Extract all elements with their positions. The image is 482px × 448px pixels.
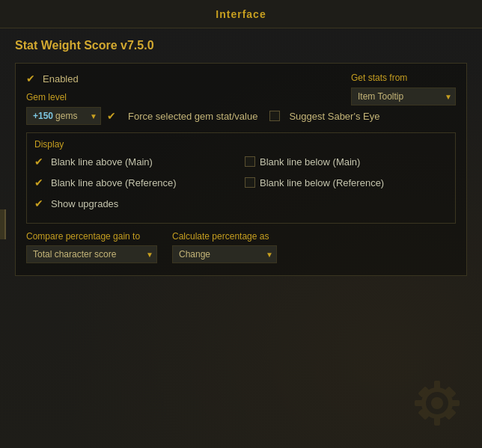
suggest-row: Suggest Saber's Eye [269,111,379,122]
blank-below-ref-label: Blank line below (Reference) [260,177,384,188]
get-stats-dropdown-arrow: ▼ [445,93,452,101]
checkbox-blank-above-main: ✔ Blank line above (Main) [34,156,237,168]
get-stats-section: Get stats from Item Tooltip ▼ [351,73,456,105]
tab-label: Interface [216,8,266,20]
show-upgrades-check-icon: ✔ [34,197,46,209]
checkbox-grid: ✔ Blank line above (Main) Blank line bel… [34,156,448,194]
force-row: ✔ Force selected gem stat/value [107,110,257,122]
calculate-dropdown-arrow: ▼ [266,251,273,259]
bottom-decoration [407,373,467,433]
blank-below-main-label: Blank line below (Main) [260,156,360,168]
calculate-value: Change [179,249,210,260]
svg-rect-4 [415,400,425,406]
compare-dropdown[interactable]: Total character score ▼ [26,245,157,263]
blank-below-main-uncheck-icon [245,156,255,167]
svg-rect-3 [434,415,440,426]
enabled-label: Enabled [43,73,79,85]
compare-value: Total character score [33,249,116,260]
get-stats-value: Item Tooltip [358,91,403,102]
settings-panel: Get stats from Item Tooltip ▼ ✔ Enabled … [15,63,467,276]
suggest-label: Suggest Saber's Eye [289,111,379,122]
checkbox-blank-below-ref: Blank line below (Reference) [245,177,448,188]
force-checkmark-icon: ✔ [107,110,119,122]
calculate-dropdown[interactable]: Change ▼ [172,245,277,263]
gem-unit: gems [55,111,77,121]
gem-level-row: +150 gems ▼ ✔ Force selected gem stat/va… [26,107,456,125]
page-background: Interface Stat Weight Score v7.5.0 Get s… [0,0,482,448]
blank-above-ref-check-icon: ✔ [34,177,46,188]
blank-above-ref-label: Blank line above (Reference) [51,177,177,188]
suggest-checkbox-icon [269,111,280,121]
checkbox-blank-above-ref: ✔ Blank line above (Reference) [34,177,237,188]
svg-point-1 [431,397,443,409]
get-stats-dropdown[interactable]: Item Tooltip ▼ [351,88,456,105]
calculate-col: Calculate percentage as Change ▼ [172,231,277,263]
main-content: Stat Weight Score v7.5.0 Get stats from … [0,28,482,286]
gem-level-dropdown[interactable]: +150 gems ▼ [26,107,101,125]
blank-below-ref-uncheck-icon [245,177,255,188]
calculate-label: Calculate percentage as [172,231,277,242]
show-upgrades-row: ✔ Show upgrades [34,197,448,209]
display-panel: Display ✔ Blank line above (Main) Blank … [26,132,456,224]
force-label: Force selected gem stat/value [128,111,257,122]
tab-header: Interface [0,0,482,28]
blank-above-main-check-icon: ✔ [34,156,46,168]
enabled-checkmark-icon: ✔ [26,73,38,85]
checkbox-blank-below-main: Blank line below (Main) [245,156,448,168]
compare-calculate-row: Compare percentage gain to Total charact… [26,231,456,263]
gem-dropdown-arrow: ▼ [90,112,97,120]
svg-rect-2 [434,381,440,391]
get-stats-label: Get stats from [351,73,456,83]
show-upgrades-label: Show upgrades [51,198,118,209]
display-panel-label: Display [34,139,448,150]
compare-label: Compare percentage gain to [26,231,157,242]
compare-dropdown-arrow: ▼ [146,251,153,259]
compare-col: Compare percentage gain to Total charact… [26,231,157,263]
svg-rect-5 [449,400,460,406]
panel-title: Stat Weight Score v7.5.0 [15,39,467,52]
blank-above-main-label: Blank line above (Main) [51,156,153,168]
gem-level-value: +150 [33,111,53,121]
